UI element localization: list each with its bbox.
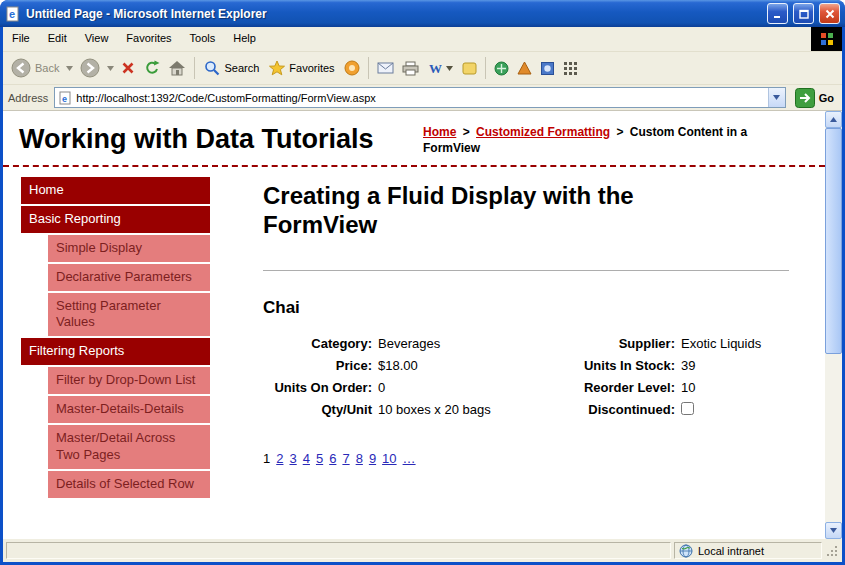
back-icon: [11, 58, 31, 78]
field-label-price: Price:: [263, 358, 378, 373]
menu-tools[interactable]: Tools: [181, 27, 225, 51]
addon-button-3[interactable]: [537, 59, 558, 78]
field-label-units-in-stock: Units In Stock:: [543, 358, 681, 373]
back-dropdown[interactable]: [65, 64, 74, 73]
sidebar-item-home[interactable]: Home: [21, 177, 210, 204]
discuss-button[interactable]: [459, 60, 480, 77]
pager-more-link[interactable]: …: [403, 451, 416, 466]
pager-page-link[interactable]: 6: [329, 451, 336, 466]
pager-page-link[interactable]: 8: [356, 451, 363, 466]
url-text: http://localhost:1392/Code/CustomFormatt…: [76, 92, 763, 104]
printer-icon: [402, 61, 419, 76]
scroll-up-button[interactable]: [825, 111, 842, 128]
search-button[interactable]: Search: [200, 58, 263, 78]
addon-button-2[interactable]: [514, 59, 535, 78]
ie-page-icon[interactable]: e: [5, 6, 21, 22]
field-label-discontinued: Discontinued:: [543, 402, 681, 417]
breadcrumb-link-home[interactable]: Home: [423, 125, 456, 139]
addon-icon-2: [517, 61, 532, 76]
chevron-down-icon: [773, 95, 780, 100]
forward-dropdown[interactable]: [106, 64, 115, 73]
addon-icon-3: [540, 61, 555, 76]
address-bar: Address e http://localhost:1392/Code/Cus…: [3, 85, 842, 111]
svg-text:e: e: [9, 8, 15, 20]
pager-page-link[interactable]: 5: [316, 451, 323, 466]
address-dropdown[interactable]: [768, 88, 785, 107]
forward-icon: [80, 58, 100, 78]
forward-button[interactable]: [76, 56, 104, 80]
toolbar-separator: [194, 57, 195, 79]
discontinued-checkbox[interactable]: [681, 402, 694, 415]
breadcrumb-link-customized-formatting[interactable]: Customized Formatting: [476, 125, 610, 139]
addon-icon-1: [494, 61, 509, 76]
status-bar: Local intranet: [3, 539, 842, 562]
sidebar-item-master-details-details[interactable]: Master-Details-Details: [48, 396, 210, 423]
chevron-down-icon: [446, 66, 453, 71]
word-icon: W: [428, 61, 442, 75]
stop-button[interactable]: [117, 58, 139, 78]
back-button[interactable]: Back: [7, 56, 63, 80]
arrow-down-icon: [830, 528, 837, 533]
pager-page-link[interactable]: 7: [342, 451, 349, 466]
field-label-qty-unit: Qty/Unit: [263, 402, 378, 417]
scrollbar-thumb[interactable]: [825, 128, 842, 354]
sidebar-item-filter-by-drop-down-list[interactable]: Filter by Drop-Down List: [48, 367, 210, 394]
pager-page-link[interactable]: 3: [289, 451, 296, 466]
favorites-button[interactable]: Favorites: [265, 58, 338, 78]
browser-viewport: Working with Data Tutorials Home > Custo…: [3, 111, 842, 539]
minimize-button[interactable]: [767, 3, 788, 24]
pager-page-link[interactable]: 10: [382, 451, 396, 466]
menu-edit[interactable]: Edit: [39, 27, 76, 51]
scroll-down-button[interactable]: [825, 522, 842, 539]
stop-icon: [120, 60, 136, 76]
toolbar-separator: [485, 57, 486, 79]
home-button[interactable]: [165, 58, 189, 78]
refresh-button[interactable]: [141, 58, 163, 78]
formview-fields: Category: Beverages Supplier: Exotic Liq…: [263, 336, 789, 418]
resize-grip[interactable]: [825, 542, 840, 559]
pager-page-link[interactable]: 9: [369, 451, 376, 466]
field-label-reorder-level: Reorder Level:: [543, 380, 681, 395]
sidebar-item-setting-parameter-values[interactable]: Setting Parameter Values: [48, 293, 210, 337]
field-value-supplier: Exotic Liquids: [681, 336, 789, 351]
mail-icon: [377, 61, 394, 75]
sidebar-item-basic-reporting[interactable]: Basic Reporting: [21, 206, 210, 233]
menu-favorites[interactable]: Favorites: [117, 27, 180, 51]
vertical-scrollbar[interactable]: [825, 111, 842, 539]
sidebar-item-details-of-selected-row[interactable]: Details of Selected Row: [48, 471, 210, 498]
pager-page-link[interactable]: 2: [276, 451, 283, 466]
page-title: Creating a Fluid Display with the FormVi…: [263, 181, 733, 240]
site-header: Working with Data Tutorials Home > Custo…: [3, 111, 825, 167]
standard-toolbar: Back Search Favorites: [3, 52, 842, 85]
addon-button-4[interactable]: [560, 59, 581, 78]
page-content: Working with Data Tutorials Home > Custo…: [3, 111, 825, 539]
addon-button-1[interactable]: [491, 59, 512, 78]
pager-current-page: 1: [263, 451, 270, 466]
menu-help[interactable]: Help: [224, 27, 265, 51]
discuss-icon: [462, 62, 477, 75]
toolbar-separator: [368, 57, 369, 79]
security-zone-label: Local intranet: [698, 545, 764, 557]
address-label: Address: [8, 92, 48, 104]
windows-brand-icon: [811, 27, 842, 51]
sidebar-item-simple-display[interactable]: Simple Display: [48, 235, 210, 262]
pager-page-link[interactable]: 4: [303, 451, 310, 466]
sidebar-item-master-detail-across-two-pages[interactable]: Master/Detail Across Two Pages: [48, 425, 210, 469]
go-button[interactable]: Go: [792, 88, 837, 108]
breadcrumb: Home > Customized Formatting > Custom Co…: [423, 124, 775, 156]
mail-button[interactable]: [374, 59, 397, 77]
scrollbar-track[interactable]: [825, 128, 842, 522]
address-input[interactable]: e http://localhost:1392/Code/CustomForma…: [54, 87, 785, 108]
menu-view[interactable]: View: [76, 27, 118, 51]
sidebar-item-filtering-reports[interactable]: Filtering Reports: [21, 338, 210, 365]
maximize-button[interactable]: [793, 3, 814, 24]
close-button[interactable]: [819, 3, 840, 24]
menu-file[interactable]: File: [3, 27, 39, 51]
sidebar-nav: Home Basic Reporting Simple Display Decl…: [21, 177, 210, 500]
print-button[interactable]: [399, 59, 422, 78]
menu-bar: File Edit View Favorites Tools Help: [3, 27, 842, 52]
media-button[interactable]: [341, 58, 363, 78]
edit-with-word-button[interactable]: W: [424, 59, 457, 77]
field-value-reorder-level: 10: [681, 380, 789, 395]
sidebar-item-declarative-parameters[interactable]: Declarative Parameters: [48, 264, 210, 291]
